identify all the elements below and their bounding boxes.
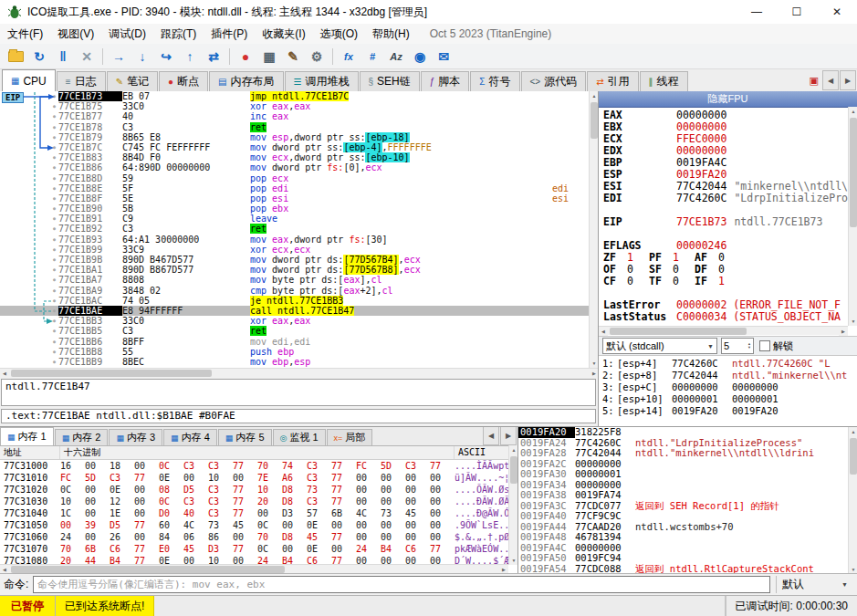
scroll-down-button[interactable]: ▼ [509,556,518,565]
flag-value[interactable]: 0 [673,264,695,276]
breakpoint-dot[interactable]: ● [0,162,58,172]
flag-value[interactable]: 1 [718,276,740,287]
scroll-thumb[interactable] [590,102,598,139]
assemble-icon[interactable]: Az [385,47,407,67]
breakpoint-dot[interactable]: ● [0,111,58,121]
menu-item[interactable]: 选项(O) [313,25,365,44]
register-value[interactable]: 00000002 (ERROR_FILE_NOT_F [676,299,841,311]
stack-row[interactable]: 0019FA3000000001 [518,469,848,480]
register-row[interactable]: EIP77CE1B73ntdll.77CE1B73 [599,216,857,228]
flag-value[interactable]: 0 [627,264,649,276]
breakpoint-dot[interactable]: ● [0,326,58,336]
menu-item[interactable]: 调试(D) [101,25,153,44]
menu-item[interactable]: 帮助(H) [365,25,417,44]
minimize-button[interactable]: — [737,0,777,24]
scroll-left-button[interactable]: ◀ [0,565,9,573]
stack-row[interactable]: 0019FA2877C42044ntdll."minkernel\\ntdll\… [518,448,848,459]
calculator-icon[interactable]: fx [338,47,360,67]
register-row[interactable]: EBX00000000 [599,121,857,133]
breakpoint-dot[interactable]: ● [0,152,58,162]
argument-row[interactable]: 1:[esp+4]77C4260Cntdll.77C4260C "L [599,358,857,370]
disasm-row[interactable]: ●77CE1BB98BECmov ebp,esp [0,357,589,367]
register-row[interactable]: LastStatusC0000034 (STATUS_OBJECT_NA [599,311,857,323]
disasm-row[interactable]: ●77CE1B838B4D F0mov ecx,dword ptr ss:[eb… [0,152,589,162]
dump-tab-scroll-left-button[interactable]: ◀ [483,426,499,445]
disasm-row[interactable]: ●77CE1BA93848 02cmp byte ptr ds:[eax+2],… [0,286,589,296]
breakpoint-dot[interactable]: ● [0,122,58,132]
tab-references[interactable]: ⇄引用 [587,71,638,91]
disasm-row[interactable]: ●77CE1B8664:890D 00000000mov dword ptr f… [0,162,589,172]
stack-row[interactable]: 0019FA20318225F8 [518,427,848,438]
flag-value[interactable]: 0 [718,252,740,264]
flag-value[interactable]: 0 [673,276,695,287]
dump-tab[interactable]: ▦内存 4 [163,429,217,445]
scroll-up-button[interactable]: ▲ [590,91,599,100]
tab-log[interactable]: ≡日志 [57,71,106,91]
register-row[interactable] [599,228,857,240]
register-row[interactable]: OF0SF0DF0 [599,264,857,276]
scroll-thumb[interactable] [610,328,747,335]
disasm-row[interactable]: ●77CE1BB5C3ret [0,326,589,336]
scroll-thumb[interactable] [11,566,285,573]
command-input[interactable] [33,576,770,593]
scroll-left-button[interactable]: ◀ [0,369,9,377]
breakpoint-dot[interactable]: ● [0,193,58,204]
register-value[interactable]: 00000000 [676,121,726,133]
close-button[interactable]: ✕ [817,0,857,24]
scroll-up-button[interactable]: ▲ [849,427,857,436]
flag-value[interactable]: 0 [627,276,649,287]
breakpoint-dot[interactable]: ● [0,204,58,214]
disasm-row[interactable]: ●77CE1B9933C9xor ecx,ecx [0,245,589,255]
dump-tab[interactable]: ▦内存 2 [55,429,109,445]
disasm-row[interactable]: ●77CE1B798B65 E8mov esp,dword ptr ss:[eb… [0,132,589,142]
breakpoint-dot[interactable]: ● [0,286,58,296]
tab-memory-map[interactable]: ▤内存布局 [209,71,283,91]
scroll-up-button[interactable]: ▲ [849,107,857,116]
breakpoint-dot[interactable]: ● [0,255,58,265]
dump-row[interactable]: 77C31010FC5DC3770E0010007EA6C37700000000… [0,472,517,484]
register-row[interactable]: EDI77C4260C"LdrpInitializePro [599,193,857,204]
disasm-row[interactable]: ●77CE1B7740inc eax [0,111,589,121]
tab-cpu[interactable]: ▦CPU [2,69,56,91]
tab-source[interactable]: <>源代码 [521,71,587,91]
scroll-right-button[interactable]: ▶ [839,327,848,336]
dump-row[interactable]: 77C31030100012000CC3C37720D8C37700000000… [0,496,517,507]
disasm-row[interactable]: ●77CE1BA1890D B867D577mov dword ptr ds:[… [0,265,589,275]
register-value[interactable]: 77C42044 [676,181,726,193]
register-value[interactable]: 0019FA20 [676,169,726,181]
disasm-row[interactable]: ●77CE1B78C3ret [0,122,589,132]
register-row[interactable]: ECXFFEC0000 [599,133,857,145]
stack-vertical-scrollbar[interactable]: ▲ ▼ [848,427,857,573]
disasm-row[interactable]: ●77CE1B92C3ret [0,224,589,234]
disasm-row[interactable]: ●77CE1B8D59pop ecx [0,173,589,183]
dump-tab[interactable]: ▦内存 3 [109,429,162,445]
register-value[interactable]: C0000034 (STATUS_OBJECT_NA [676,311,841,323]
menu-item[interactable]: 插件(P) [204,25,255,44]
command-default-select[interactable]: 默认 ▼ [776,576,853,593]
stack-row[interactable]: 0019FA2C00000000 [518,459,848,470]
tab-notes[interactable]: ✎笔记 [107,71,158,91]
restart-icon[interactable]: ↻ [28,47,50,67]
breakpoint-icon[interactable]: ● [235,47,256,67]
hide-fpu-button[interactable]: 隐藏FPU [599,91,857,108]
breakpoint-dot[interactable]: ● [0,224,58,234]
close-debuggee-icon[interactable]: ✕ [76,47,98,67]
scroll-up-button[interactable]: ▲ [509,445,518,454]
settings-icon[interactable]: ⚙ [306,47,328,67]
scroll-down-button[interactable]: ▼ [590,359,599,368]
register-row[interactable]: ZF1PF1AF0 [599,252,857,264]
registers-horizontal-scrollbar[interactable]: ◀ ▶ [599,326,848,335]
register-value[interactable]: 00000000 [676,145,726,157]
scroll-left-button[interactable]: ◀ [599,327,608,336]
scroll-thumb[interactable] [510,456,517,484]
stepper-arrows-icon[interactable]: ▲▼ [747,342,751,350]
run-icon[interactable]: → [108,47,130,67]
disasm-row[interactable]: ●77CE1B73EB 07jmp ntdll.77CE1B7C [0,91,589,101]
open-file-icon[interactable] [5,47,26,67]
breakpoint-dot[interactable]: ● [0,245,58,255]
dump-row[interactable]: 77C31070706BC677E045D3770C000E0024B4C677… [0,543,517,555]
register-row[interactable] [599,287,857,299]
register-row[interactable]: ESP0019FA20 [599,169,857,181]
flag-value[interactable]: 1 [627,252,649,264]
flag-value[interactable]: 0 [718,264,740,276]
